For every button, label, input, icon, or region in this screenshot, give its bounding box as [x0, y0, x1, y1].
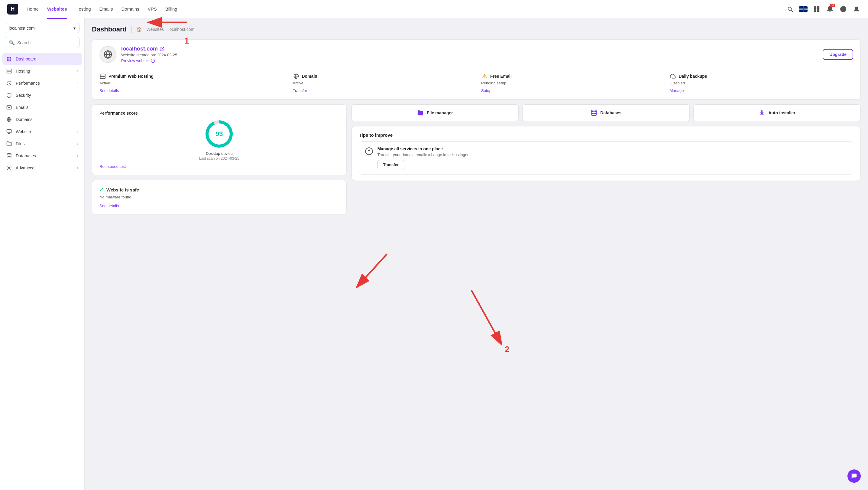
score-circle: 93 — [206, 120, 233, 148]
file-manager-button[interactable]: File manager — [351, 104, 519, 121]
sidebar-item-domains[interactable]: Domains › — [0, 113, 84, 125]
databases-label: Databases — [600, 110, 621, 115]
sidebar-item-hosting[interactable]: Hosting › — [0, 65, 84, 77]
hosting-service-icon — [99, 73, 106, 80]
nav-home[interactable]: Home — [27, 5, 39, 13]
website-domain[interactable]: localhost.com — [121, 46, 178, 52]
search-input[interactable] — [17, 40, 75, 45]
service-email-label: Free Email — [490, 74, 512, 79]
domain-select[interactable]: localhost.com ▾ — [5, 23, 80, 33]
topnav: H Home Websites Hosting Emails Domains V… — [0, 0, 868, 18]
sidebar-item-performance[interactable]: Performance › — [0, 77, 84, 89]
dashboard-icon — [6, 56, 12, 62]
database-icon — [6, 153, 12, 159]
chevron-right-icon: › — [77, 69, 78, 73]
run-speed-test-link[interactable]: Run speed test — [99, 164, 339, 169]
nav-websites[interactable]: Websites — [47, 5, 67, 13]
sidebar-item-label: Files — [16, 141, 25, 146]
chevron-right-icon: › — [77, 105, 78, 110]
perf-device: Desktop device — [99, 151, 339, 156]
nav-domains[interactable]: Domains — [121, 5, 139, 13]
tip-transfer-button[interactable]: Transfer — [377, 160, 404, 169]
gear-icon — [6, 165, 12, 171]
preview-website-link[interactable]: Preview website — [121, 58, 178, 63]
sidebar-search-box[interactable]: 🔍 — [5, 37, 80, 48]
chevron-right-icon: › — [77, 129, 78, 134]
svg-point-23 — [591, 110, 597, 112]
service-backups-label: Daily backups — [679, 74, 707, 79]
svg-rect-6 — [7, 57, 8, 58]
svg-rect-0 — [814, 6, 816, 8]
svg-rect-11 — [7, 71, 11, 73]
file-manager-label: File manager — [427, 110, 453, 115]
databases-button[interactable]: Databases — [522, 104, 690, 121]
sidebar-item-files[interactable]: Files › — [0, 138, 84, 150]
safe-details-link[interactable]: See details — [99, 204, 119, 208]
sidebar-item-label: Domains — [16, 117, 32, 122]
service-domain-link[interactable]: Transfer — [293, 88, 307, 93]
main-content: Dashboard 🏠 – Websites – localhost.com l… — [85, 18, 868, 490]
help-icon[interactable] — [839, 5, 847, 13]
service-domain-status: Active — [293, 81, 471, 85]
service-backups-header: Daily backups — [670, 73, 849, 80]
service-hosting-status: Active — [99, 81, 283, 85]
sidebar-item-security[interactable]: Security › — [0, 89, 84, 101]
folder-icon — [6, 141, 12, 147]
auto-installer-button[interactable]: Auto installer — [693, 104, 861, 121]
sidebar-item-label: Security — [16, 93, 31, 98]
nav-emails[interactable]: Emails — [99, 5, 113, 13]
shield-icon — [6, 92, 12, 98]
performance-icon — [6, 80, 12, 86]
svg-rect-9 — [10, 60, 11, 61]
nav-hosting[interactable]: Hosting — [75, 5, 91, 13]
tip-content: Manage all services in one place Transfe… — [377, 146, 470, 169]
sidebar-item-label: Emails — [16, 105, 28, 110]
nav-billing[interactable]: Billing — [165, 5, 178, 13]
email-icon — [6, 104, 12, 110]
notifications-icon[interactable]: 36 — [826, 5, 834, 13]
monitor-icon — [6, 128, 12, 135]
notification-badge: 36 — [830, 4, 835, 7]
profile-icon[interactable] — [852, 5, 861, 13]
chat-bubble-button[interactable] — [847, 469, 861, 483]
sidebar-item-emails[interactable]: Emails › — [0, 101, 84, 113]
sidebar: localhost.com ▾ 🔍 Dashboard Hosting › — [0, 18, 85, 490]
service-email-link[interactable]: Setup — [481, 88, 491, 93]
website-info-header: localhost.com Website created on: 2024-0… — [99, 46, 853, 63]
website-logo — [99, 46, 116, 63]
nav-vps[interactable]: VPS — [148, 5, 157, 13]
sidebar-item-label: Dashboard — [16, 57, 37, 61]
service-hosting-header: Premium Web Hosting — [99, 73, 283, 80]
svg-rect-7 — [10, 57, 11, 58]
service-backups-link[interactable]: Manage — [670, 88, 684, 93]
language-flag[interactable] — [799, 5, 808, 13]
sidebar-item-label: Hosting — [16, 69, 30, 74]
quick-access-grid: File manager Databases Auto — [351, 104, 861, 121]
search-icon[interactable] — [786, 5, 794, 13]
sidebar-item-dashboard[interactable]: Dashboard — [2, 53, 82, 65]
svg-rect-10 — [7, 69, 11, 71]
tip-title: Manage all services in one place — [377, 146, 470, 151]
tip-item: Manage all services in one place Transfe… — [359, 141, 853, 175]
svg-rect-24 — [760, 115, 764, 115]
sidebar-item-databases[interactable]: Databases › — [0, 150, 84, 162]
svg-rect-2 — [814, 9, 816, 11]
upgrade-button[interactable]: Upgrade — [823, 49, 853, 60]
chevron-right-icon: › — [77, 81, 78, 85]
safe-header: ✓ Website is safe — [99, 186, 339, 193]
email-service-icon: ⚠ — [481, 73, 488, 80]
right-column: File manager Databases Auto — [351, 104, 861, 215]
sidebar-item-advanced[interactable]: Advanced › — [0, 162, 84, 174]
search-icon: 🔍 — [9, 39, 15, 46]
website-created: Website created on: 2024-03-25 — [121, 53, 178, 57]
service-hosting-link[interactable]: See details — [99, 88, 119, 93]
sidebar-item-website[interactable]: Website › — [0, 125, 84, 138]
safe-subtitle: No malware found — [99, 195, 339, 199]
database-quick-icon — [591, 110, 597, 116]
panel-icon[interactable] — [812, 5, 821, 13]
service-domain-label: Domain — [302, 74, 317, 79]
logo[interactable]: H — [7, 4, 18, 15]
chevron-down-icon: ▾ — [73, 26, 75, 31]
service-email: ⚠ Free Email Pending setup Setup — [476, 73, 665, 93]
check-icon: ✓ — [99, 186, 104, 193]
